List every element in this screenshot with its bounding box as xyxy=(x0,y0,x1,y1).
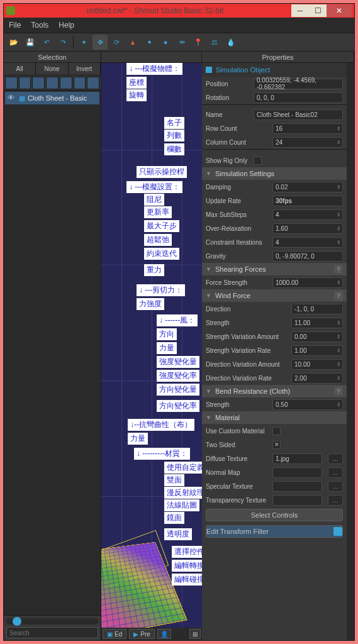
force-field[interactable]: 1000.00 xyxy=(272,277,343,288)
panels-header: Selection Properties xyxy=(4,52,354,63)
sel-tool-5[interactable] xyxy=(60,77,72,89)
visibility-icon[interactable]: 👁 xyxy=(8,94,16,103)
sel-tool-2[interactable] xyxy=(19,77,31,89)
row-field[interactable]: 16 xyxy=(272,123,343,134)
wind-dva-field[interactable]: 10.00 xyxy=(291,359,343,370)
trans-field[interactable] xyxy=(272,495,322,506)
vp-expand[interactable]: ⊞ xyxy=(189,629,201,639)
trans-browse[interactable]: ... xyxy=(328,495,343,506)
tab-none[interactable]: None xyxy=(36,63,68,75)
spec-label: Specular Texture xyxy=(206,483,269,490)
open-icon[interactable]: 📂 xyxy=(6,35,21,50)
rotate-icon[interactable]: ⟳ xyxy=(109,35,124,50)
drop-icon[interactable]: 💧 xyxy=(223,35,238,50)
col-field[interactable]: 24 xyxy=(272,137,343,148)
select-icon[interactable]: ✦ xyxy=(76,35,91,50)
norm-browse[interactable]: ... xyxy=(328,467,343,478)
rotation-field[interactable]: 0, 0, 0 xyxy=(254,92,343,103)
sub-field[interactable]: 4 xyxy=(272,209,343,220)
wind-header[interactable]: ▼Wind Force? xyxy=(202,289,347,302)
force-label: Force Strength xyxy=(206,279,269,286)
undo-icon[interactable]: ↶ xyxy=(39,35,54,50)
menubar: File Tools Help xyxy=(4,18,354,33)
bend-str-field[interactable]: 0.50 xyxy=(272,399,343,410)
viewport[interactable]: ↓ ---模擬物體： 座標 旋轉 名子 列數 欄數 只顯示操控桿 ↓ ---模擬… xyxy=(101,63,202,640)
anno-position: 座標 xyxy=(126,77,147,89)
sel-tool-1[interactable] xyxy=(5,77,18,89)
norm-field[interactable] xyxy=(272,467,322,478)
scale-icon[interactable]: ▲ xyxy=(125,35,140,50)
balance-icon[interactable]: ⚖ xyxy=(207,35,222,50)
two-checkbox[interactable]: ✕ xyxy=(272,441,281,449)
menu-file[interactable]: File xyxy=(9,21,21,30)
search-input[interactable] xyxy=(6,627,98,638)
tab-all[interactable]: All xyxy=(4,63,36,75)
spec-field[interactable] xyxy=(272,481,322,492)
maximize-button[interactable]: ☐ xyxy=(309,4,327,17)
anno-shear: ↓ ---剪切力： xyxy=(137,284,185,296)
sel-tool-7[interactable] xyxy=(87,77,99,89)
help-icon[interactable]: ? xyxy=(334,387,343,396)
close-button[interactable]: ✕ xyxy=(327,4,352,17)
item-label: Cloth Sheet - Basic xyxy=(28,94,87,102)
vp-mode-run[interactable]: 👤 xyxy=(157,629,171,639)
diff-browse[interactable]: ... xyxy=(328,453,343,464)
custom-checkbox[interactable] xyxy=(272,427,281,435)
redo-icon[interactable]: ↷ xyxy=(55,35,70,50)
add-icon[interactable]: ✦ xyxy=(142,35,157,50)
vp-mode-pre[interactable]: ▶Pre xyxy=(129,629,155,639)
anno-dir-var-amt: 方向變化量 xyxy=(157,384,199,396)
sim-object-header[interactable]: Simulation Object xyxy=(202,63,347,77)
over-field[interactable]: 1.60 xyxy=(272,223,343,234)
shear-header[interactable]: ▼Shearing Forces? xyxy=(202,263,347,275)
anno-edit-trans: 編輯轉換過濾器 xyxy=(172,560,202,572)
grav-field[interactable]: 0, -9.80072, 0 xyxy=(272,251,343,262)
wind-dva-label: Direction Variation Amount xyxy=(206,361,288,368)
sim-settings-header[interactable]: ▼Simulation Settings xyxy=(202,167,347,180)
position-field[interactable]: 0.00320559, -4.4569, -0.662382 xyxy=(254,79,343,89)
wind-str-field[interactable]: 11.00 xyxy=(291,318,343,328)
tab-invert[interactable]: Invert xyxy=(69,63,101,75)
help-icon[interactable]: ? xyxy=(334,265,343,274)
sel-tool-3[interactable] xyxy=(32,77,45,89)
object-icon xyxy=(206,67,212,73)
select-controls-button[interactable]: Select Controls xyxy=(206,509,343,521)
selection-panel-title: Selection xyxy=(4,52,101,62)
titlebar: untitled.cwf* - Shroud Studio Basic 32-b… xyxy=(4,4,354,18)
menu-help[interactable]: Help xyxy=(59,21,74,30)
help-icon[interactable]: ? xyxy=(334,291,343,300)
pin-icon[interactable]: 📍 xyxy=(191,35,206,50)
damping-field[interactable]: 0.02 xyxy=(272,182,343,192)
list-item[interactable]: 👁 ▦ Cloth Sheet - Basic xyxy=(5,92,99,104)
save-icon[interactable]: 💾 xyxy=(23,35,38,50)
wind-dvr-field[interactable]: 2.00 xyxy=(291,373,343,384)
minimize-button[interactable]: ─ xyxy=(291,4,309,17)
material-header[interactable]: ▼Material xyxy=(202,411,347,424)
link-icon[interactable]: ⚮ xyxy=(174,35,189,50)
menu-tools[interactable]: Tools xyxy=(31,21,48,30)
wind-svr-field[interactable]: 1.00 xyxy=(291,345,343,356)
diff-field[interactable]: 1.jpg xyxy=(272,453,322,464)
move-icon[interactable]: ✥ xyxy=(92,35,108,50)
vp-mode-ed[interactable]: ▣Ed xyxy=(103,629,126,639)
anno-sel-ctrl: 選擇控件 xyxy=(172,546,202,558)
anno-force-str: 力強度 xyxy=(137,298,164,310)
name-label: Name xyxy=(206,111,250,118)
update-field[interactable]: 30fps xyxy=(272,196,343,206)
spec-browse[interactable]: ... xyxy=(328,481,343,492)
con-field[interactable]: 4 xyxy=(272,237,343,248)
sel-tool-4[interactable] xyxy=(46,77,59,89)
chevron-down-icon: ▼ xyxy=(206,266,211,272)
timeline-slider[interactable] xyxy=(6,618,98,625)
name-field[interactable]: Cloth Sheet - Basic02 xyxy=(254,109,343,120)
wind-dir-field[interactable]: -1, 0, 0 xyxy=(291,304,343,314)
anno-wind: ↓ ------風： xyxy=(157,314,198,326)
wind-sva-field[interactable]: 0.00 xyxy=(291,331,343,342)
rig-label: Show Rig Only xyxy=(206,157,250,164)
edit-transform-button[interactable]: Edit Transform Filter xyxy=(206,525,343,538)
scrollbar[interactable] xyxy=(347,63,354,640)
bend-header[interactable]: ▼Bend Resistance (Cloth)? xyxy=(202,385,347,397)
sel-tool-6[interactable] xyxy=(74,77,86,89)
sphere-icon[interactable]: ● xyxy=(158,35,173,50)
rig-checkbox[interactable] xyxy=(254,157,262,165)
